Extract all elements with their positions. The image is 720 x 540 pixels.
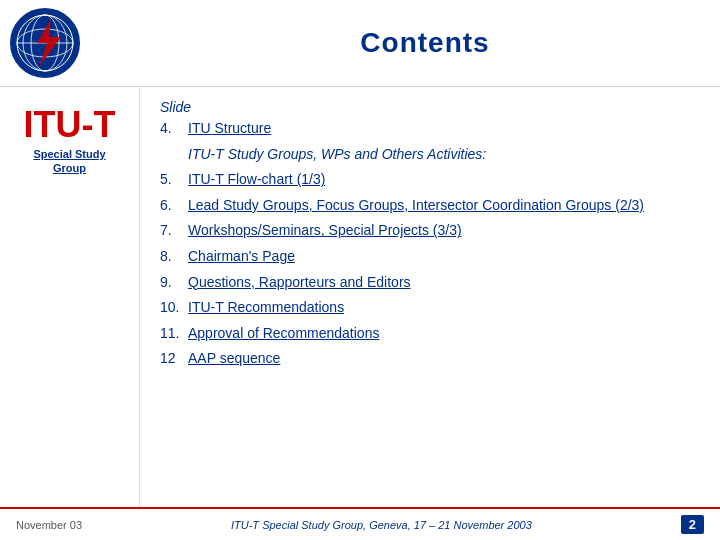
footer-event: ITU-T Special Study Group, Geneva, 17 – … xyxy=(231,519,532,531)
footer-page: 2 xyxy=(681,515,704,534)
logo-area xyxy=(10,8,150,78)
item-number: 7. xyxy=(160,221,188,241)
item-number xyxy=(160,145,188,165)
item-number: 5. xyxy=(160,170,188,190)
footer-date: November 03 xyxy=(16,519,82,531)
main-content: Slide 4.ITU StructureITU-T Study Groups,… xyxy=(140,87,720,507)
slide-label: Slide xyxy=(160,99,696,115)
list-item[interactable]: 11.Approval of Recommendations xyxy=(160,324,696,344)
list-item[interactable]: 10.ITU-T Recommendations xyxy=(160,298,696,318)
item-text[interactable]: ITU-T Recommendations xyxy=(188,298,344,318)
body-area: ITU-T Special Study Group Slide 4.ITU St… xyxy=(0,87,720,507)
footer: November 03 ITU-T Special Study Group, G… xyxy=(0,507,720,540)
list-item[interactable]: 4.ITU Structure xyxy=(160,119,696,139)
sidebar-brand-prefix: ITU xyxy=(24,104,82,145)
item-text[interactable]: Lead Study Groups, Focus Groups, Interse… xyxy=(188,196,644,216)
list-item[interactable]: 7.Workshops/Seminars, Special Projects (… xyxy=(160,221,696,241)
list-item[interactable]: 6.Lead Study Groups, Focus Groups, Inter… xyxy=(160,196,696,216)
title-area: Contents xyxy=(150,27,700,59)
contents-list: 4.ITU StructureITU-T Study Groups, WPs a… xyxy=(160,119,696,369)
list-item[interactable]: 12AAP sequence xyxy=(160,349,696,369)
item-text[interactable]: ITU Structure xyxy=(188,119,271,139)
item-text[interactable]: Questions, Rapporteurs and Editors xyxy=(188,273,411,293)
item-text[interactable]: Workshops/Seminars, Special Projects (3/… xyxy=(188,221,462,241)
item-number: 10. xyxy=(160,298,188,318)
item-number: 8. xyxy=(160,247,188,267)
page-title: Contents xyxy=(150,27,700,59)
sidebar: ITU-T Special Study Group xyxy=(0,87,140,507)
item-number: 11. xyxy=(160,324,188,344)
item-number: 4. xyxy=(160,119,188,139)
list-item[interactable]: 5.ITU-T Flow-chart (1/3) xyxy=(160,170,696,190)
item-text[interactable]: ITU-T Flow-chart (1/3) xyxy=(188,170,325,190)
list-item[interactable]: 9.Questions, Rapporteurs and Editors xyxy=(160,273,696,293)
sidebar-brand-suffix: T xyxy=(94,104,116,145)
sidebar-subtitle: Special Study Group xyxy=(33,147,105,176)
item-number: 9. xyxy=(160,273,188,293)
list-item[interactable]: 8.Chairman's Page xyxy=(160,247,696,267)
sidebar-brand-dash: - xyxy=(82,104,94,145)
item-text[interactable]: Chairman's Page xyxy=(188,247,295,267)
item-text[interactable]: ITU-T Study Groups, WPs and Others Activ… xyxy=(188,145,486,165)
itu-logo xyxy=(10,8,80,78)
item-number: 12 xyxy=(160,349,188,369)
header: Contents xyxy=(0,0,720,87)
item-number: 6. xyxy=(160,196,188,216)
list-item[interactable]: ITU-T Study Groups, WPs and Others Activ… xyxy=(160,145,696,165)
item-text[interactable]: Approval of Recommendations xyxy=(188,324,379,344)
sidebar-brand: ITU-T xyxy=(24,107,116,143)
item-text[interactable]: AAP sequence xyxy=(188,349,280,369)
